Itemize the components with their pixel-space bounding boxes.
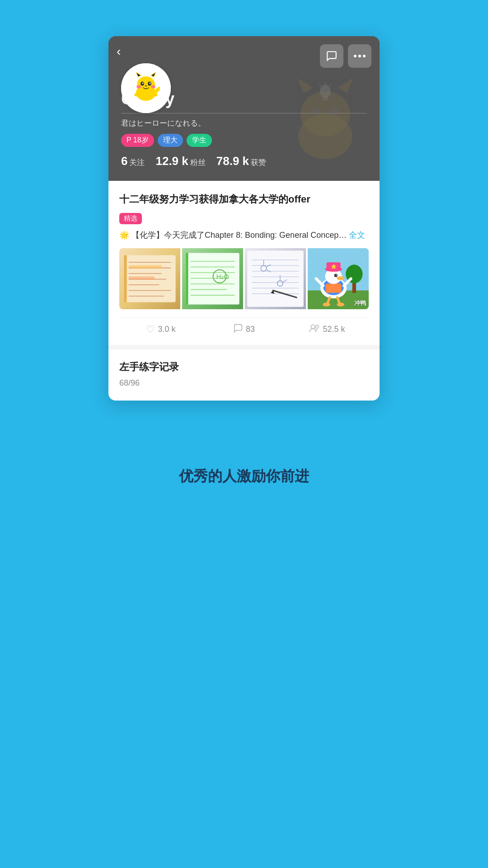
stat-followers[interactable]: 12.9 k 粉丝 xyxy=(155,154,205,168)
svg-line-28 xyxy=(329,84,332,87)
comment-count: 83 xyxy=(246,325,255,334)
comment-icon xyxy=(233,323,243,336)
svg-point-79 xyxy=(334,274,338,277)
post-text: 🌟 【化学】今天完成了Chapter 8: Bonding: General C… xyxy=(119,229,365,242)
svg-rect-41 xyxy=(186,253,188,304)
featured-tag: 精选 xyxy=(119,213,142,224)
svg-point-12 xyxy=(150,83,151,84)
share-stat[interactable]: 52.5 k xyxy=(286,323,369,336)
share-count: 52.5 k xyxy=(323,325,345,334)
post-stats: ♡ 3.0 k 83 xyxy=(119,317,369,336)
stat-likes[interactable]: 78.9 k 获赞 xyxy=(216,154,266,168)
post-image-1[interactable] xyxy=(119,248,180,309)
action-buttons xyxy=(320,44,371,68)
svg-rect-40 xyxy=(186,253,239,304)
back-button[interactable]: ‹ xyxy=(117,44,121,59)
svg-point-88 xyxy=(311,325,315,329)
svg-point-23 xyxy=(330,107,339,116)
likes-label: 获赞 xyxy=(251,157,266,168)
svg-text:H₂O: H₂O xyxy=(216,273,229,280)
second-post: 左手练字记录 68/96 xyxy=(108,349,380,401)
svg-point-80 xyxy=(336,274,337,275)
avatar xyxy=(121,63,171,113)
read-more-link[interactable]: 全文 xyxy=(349,231,365,240)
svg-point-11 xyxy=(142,83,144,84)
svg-point-4 xyxy=(137,76,155,93)
image-grid: H₂O xyxy=(119,248,369,309)
post-image-3[interactable] xyxy=(245,248,306,309)
pikachu-watermark xyxy=(280,78,371,176)
like-stat[interactable]: ♡ 3.0 k xyxy=(119,324,202,335)
image-label-duck: 冲鸭 xyxy=(354,299,366,307)
following-label: 关注 xyxy=(129,157,145,168)
svg-point-86 xyxy=(323,302,330,306)
like-count: 3.0 k xyxy=(158,325,175,334)
followers-count: 12.9 k xyxy=(155,154,188,168)
comment-stat[interactable]: 83 xyxy=(202,323,286,336)
heart-icon: ♡ xyxy=(146,324,155,335)
svg-point-13 xyxy=(136,85,141,89)
tag-school: 理大 xyxy=(158,134,183,147)
svg-point-2 xyxy=(363,55,366,57)
svg-rect-38 xyxy=(129,265,162,268)
more-button[interactable] xyxy=(348,44,371,68)
svg-rect-25 xyxy=(323,97,328,100)
tag-age: P 18岁 xyxy=(121,134,154,147)
svg-rect-74 xyxy=(325,283,341,293)
post-divider xyxy=(108,345,380,349)
message-button[interactable] xyxy=(320,44,343,68)
second-post-title[interactable]: 左手练字记录 xyxy=(119,360,369,374)
svg-marker-21 xyxy=(338,78,353,93)
following-count: 6 xyxy=(121,154,127,168)
svg-marker-20 xyxy=(297,78,313,93)
tag-student: 学生 xyxy=(187,134,212,147)
svg-point-22 xyxy=(312,107,321,116)
svg-point-87 xyxy=(337,302,344,306)
bottom-subtitle: 优秀的人激励你前进 xyxy=(179,467,309,486)
svg-rect-30 xyxy=(124,255,127,302)
stat-following[interactable]: 6 关注 xyxy=(121,154,145,168)
svg-point-0 xyxy=(354,55,357,57)
likes-count: 78.9 k xyxy=(216,154,249,168)
svg-line-27 xyxy=(319,84,322,87)
svg-point-15 xyxy=(145,85,147,86)
post-image-2[interactable]: H₂O xyxy=(182,248,243,309)
svg-text:⭐: ⭐ xyxy=(331,263,337,269)
svg-point-1 xyxy=(358,55,361,57)
post-title[interactable]: 十二年级努力学习获得加拿大各大学的offer xyxy=(119,192,369,207)
svg-point-14 xyxy=(151,85,155,89)
second-post-subtitle: 68/96 xyxy=(119,378,369,388)
post-section: 十二年级努力学习获得加拿大各大学的offer 精选 🌟 【化学】今天完成了Cha… xyxy=(108,181,380,345)
followers-label: 粉丝 xyxy=(190,157,206,168)
svg-rect-39 xyxy=(129,276,155,279)
svg-point-89 xyxy=(316,325,319,328)
svg-rect-51 xyxy=(247,250,304,307)
post-image-4[interactable]: ⭐ 冲鸭 xyxy=(308,248,369,309)
people-icon xyxy=(309,323,320,336)
post-content-row: 精选 🌟 【化学】今天完成了Chapter 8: Bonding: Genera… xyxy=(119,213,369,242)
svg-point-81 xyxy=(337,276,344,280)
